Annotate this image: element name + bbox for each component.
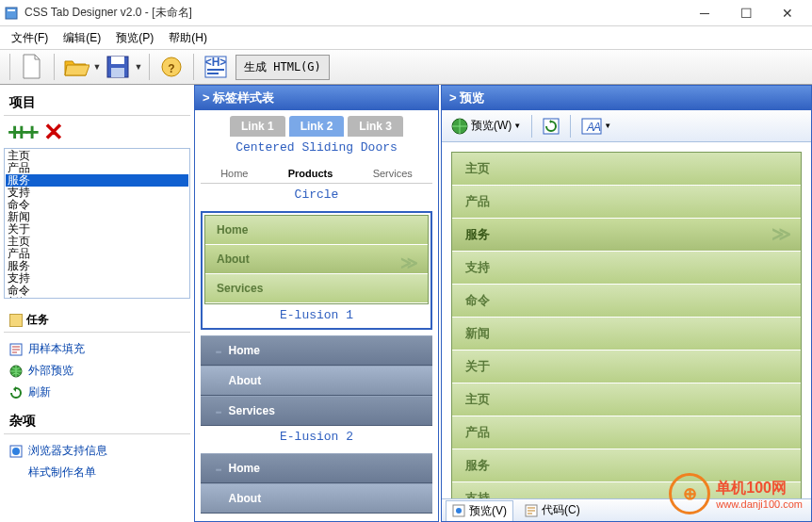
refresh-icon xyxy=(9,386,23,400)
svg-rect-1 xyxy=(8,9,15,11)
preview-nav-item[interactable]: 产品 xyxy=(452,186,801,219)
elusion1-sample: HomeAboutServices xyxy=(204,215,429,304)
browser-preview-button[interactable]: 预览(W) ▼ xyxy=(446,114,526,139)
preview-panel-title: > 预览 xyxy=(442,86,811,110)
window-title: CSS Tab Designer v2.0 - [未命名] xyxy=(24,5,684,21)
tab-preview[interactable]: 预览(V) xyxy=(446,500,513,521)
font-size-button[interactable]: AA ▼ xyxy=(577,115,616,138)
menu-file[interactable]: 文件(F) xyxy=(4,28,56,48)
elusion2-sample[interactable]: HomeAboutServices xyxy=(201,335,432,426)
app-icon xyxy=(4,6,19,21)
project-list-item[interactable]: 新闻 xyxy=(6,297,188,299)
tab-code[interactable]: 代码(C) xyxy=(519,500,586,520)
menu-edit[interactable]: 编辑(E) xyxy=(56,28,108,48)
selected-style-block[interactable]: HomeAboutServices E-lusion 1 xyxy=(201,211,432,330)
svg-rect-4 xyxy=(111,68,124,77)
fill-sample-task[interactable]: 用样本填充 xyxy=(6,338,188,360)
project-list-item[interactable]: 关于 xyxy=(6,223,188,236)
project-list-item[interactable]: 支持 xyxy=(6,272,188,285)
maximize-button[interactable]: ☐ xyxy=(725,2,767,24)
styles-panel-title: > 标签样式表 xyxy=(195,86,438,110)
project-list-item[interactable]: 服务 xyxy=(6,260,188,272)
new-button[interactable] xyxy=(18,53,46,81)
globe-icon xyxy=(450,117,469,136)
left-panel: 项目 ++ + ✕ 主页产品服务支持命令新闻关于主页产品服务支持命令新闻关于 任… xyxy=(0,85,194,522)
preview-toolbar: 预览(W) ▼ AA ▼ xyxy=(442,110,811,142)
preview-nav-item[interactable]: 产品 xyxy=(452,416,801,449)
open-button[interactable] xyxy=(62,53,90,81)
project-list-item[interactable]: 新闻 xyxy=(6,211,188,223)
help-icon: ? xyxy=(160,56,183,78)
refresh-task[interactable]: 刷新 xyxy=(6,382,188,403)
preview-nav-item[interactable]: 支持 xyxy=(452,482,801,498)
svg-rect-3 xyxy=(111,57,124,64)
project-list-item[interactable]: 命令 xyxy=(6,285,188,297)
generate-icon-button[interactable]: <H> xyxy=(202,53,230,81)
style-credits-link[interactable]: 样式制作名单 xyxy=(6,462,188,483)
save-dropdown[interactable]: ▼ xyxy=(134,53,143,81)
style-label-csd: Centered Sliding Doors xyxy=(201,137,432,158)
project-section-title: 项目 xyxy=(4,90,190,116)
link-tabs-sample[interactable]: Link 1Link 2Link 3 xyxy=(201,116,432,137)
svg-text:<H>: <H> xyxy=(205,56,227,69)
save-button[interactable] xyxy=(104,53,132,81)
preview-nav-item[interactable]: 主页 xyxy=(452,383,801,416)
svg-rect-9 xyxy=(207,69,224,71)
project-list-item[interactable]: 服务 xyxy=(6,174,188,187)
tasks-section-title: 任务 xyxy=(4,308,190,333)
chevron-down-icon: ▼ xyxy=(513,122,521,130)
styles-panel: > 标签样式表 Link 1Link 2Link 3 Centered Slid… xyxy=(194,85,439,522)
new-file-icon xyxy=(21,54,43,80)
html-icon: <H> xyxy=(203,55,228,79)
project-list-item[interactable]: 主页 xyxy=(6,150,188,162)
minimize-button[interactable]: ─ xyxy=(684,2,725,24)
preview-body: 主页产品服务支持命令新闻关于主页产品服务支持 xyxy=(442,142,811,498)
project-list-item[interactable]: 命令 xyxy=(6,199,188,211)
project-list-item[interactable]: 产品 xyxy=(6,162,188,174)
style-label-circle: Circle xyxy=(201,184,432,205)
preview-panel: > 预览 预览(W) ▼ AA ▼ 主页产品服务支持命令新闻关于主页产品服务支持 xyxy=(441,85,812,522)
project-list-item[interactable]: 支持 xyxy=(6,187,188,199)
delete-button[interactable]: ✕ xyxy=(43,118,64,147)
folder-open-icon xyxy=(63,56,89,78)
svg-text:?: ? xyxy=(168,62,174,75)
external-preview-task[interactable]: 外部预览 xyxy=(6,360,188,382)
code-tab-icon xyxy=(525,504,538,517)
add-single-button[interactable]: + xyxy=(24,118,39,147)
browser-support-link[interactable]: 浏览器支持信息 xyxy=(6,440,188,462)
elusion3-sample[interactable]: HomeAbout xyxy=(201,453,432,514)
menu-help[interactable]: 帮助(H) xyxy=(161,28,215,48)
preview-nav-item[interactable]: 命令 xyxy=(452,285,801,318)
project-list-item[interactable]: 产品 xyxy=(6,248,188,260)
preview-nav-item[interactable]: 服务 xyxy=(452,449,801,482)
svg-point-14 xyxy=(12,448,20,455)
add-multiple-button[interactable]: ++ xyxy=(8,118,21,147)
preview-bottom-tabs: 预览(V) 代码(C) xyxy=(442,498,811,521)
preview-nav-item[interactable]: 主页 xyxy=(452,153,801,186)
toolbar: ▼ ▼ ? <H> 生成 HTML(G) xyxy=(0,49,812,85)
save-icon xyxy=(106,55,130,79)
preview-nav-item[interactable]: 关于 xyxy=(452,351,801,383)
generate-html-button[interactable]: 生成 HTML(G) xyxy=(235,55,330,80)
chevron-down-icon: ▼ xyxy=(604,122,611,130)
menubar: 文件(F) 编辑(E) 预览(P) 帮助(H) xyxy=(0,26,812,49)
preview-nav-item[interactable]: 支持 xyxy=(452,252,801,285)
svg-rect-0 xyxy=(6,8,17,19)
titlebar: CSS Tab Designer v2.0 - [未命名] ─ ☐ ✕ xyxy=(0,0,812,26)
project-list-item[interactable]: 主页 xyxy=(6,236,188,248)
misc-section-title: 杂项 xyxy=(4,409,190,434)
menu-preview[interactable]: 预览(P) xyxy=(108,28,161,48)
open-dropdown[interactable]: ▼ xyxy=(92,53,102,81)
csd-tabs-sample[interactable]: HomeProductsServices xyxy=(201,164,432,184)
style-label-elusion1: E-lusion 1 xyxy=(204,304,429,326)
preview-nav-item[interactable]: 服务 xyxy=(452,219,801,252)
preview-nav-item[interactable]: 新闻 xyxy=(452,318,801,351)
refresh-icon xyxy=(543,118,560,135)
fill-sample-icon xyxy=(9,343,23,356)
project-list[interactable]: 主页产品服务支持命令新闻关于主页产品服务支持命令新闻关于 xyxy=(4,148,190,299)
refresh-preview-button[interactable] xyxy=(538,115,564,138)
globe-icon xyxy=(9,365,23,378)
svg-point-21 xyxy=(456,508,462,514)
help-toolbar-button[interactable]: ? xyxy=(157,53,186,81)
close-button[interactable]: ✕ xyxy=(767,2,808,24)
